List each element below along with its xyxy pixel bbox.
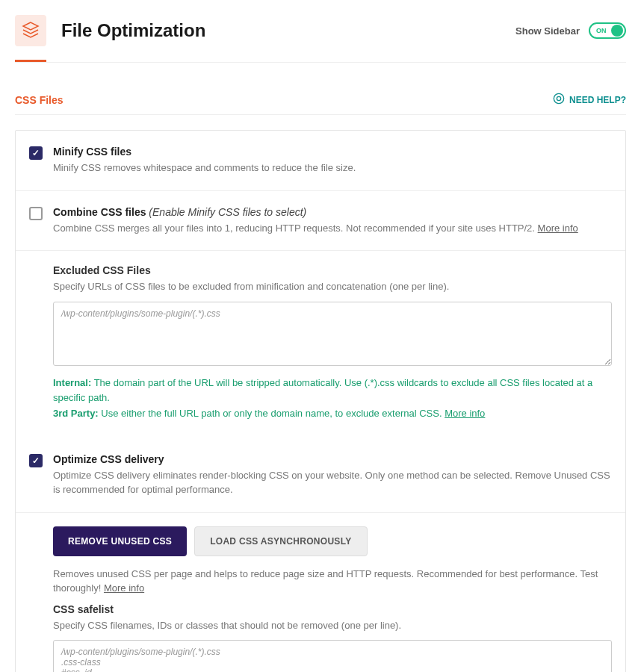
combine-more-info-link[interactable]: More info	[538, 223, 578, 234]
delivery-button-row: REMOVE UNUSED CSS LOAD CSS ASYNCHRONOUSL…	[53, 526, 612, 556]
note-internal-label: Internal:	[53, 377, 91, 388]
minify-css-label: Minify CSS files	[53, 146, 612, 158]
delivery-desc: Removes unused CSS per page and helps to…	[53, 567, 612, 596]
optimize-css-setting: Optimize CSS delivery Optimize CSS deliv…	[16, 438, 625, 512]
help-icon	[553, 93, 565, 107]
minify-css-desc: Minify CSS removes whitespace and commen…	[53, 161, 612, 175]
note-3rd-label: 3rd Party:	[53, 408, 99, 419]
header-right: Show Sidebar ON	[515, 22, 626, 39]
combine-css-desc-text: Combine CSS merges all your files into 1…	[53, 223, 535, 234]
svg-point-1	[554, 93, 563, 103]
remove-unused-css-button[interactable]: REMOVE UNUSED CSS	[53, 526, 187, 556]
combine-css-body: Combine CSS files (Enable Minify CSS fil…	[53, 206, 612, 236]
section-title: CSS Files	[15, 94, 64, 106]
optimize-css-checkbox[interactable]	[29, 454, 43, 467]
page-title: File Optimization	[61, 20, 205, 41]
safelist-textarea[interactable]	[53, 640, 612, 672]
sidebar-toggle[interactable]: ON	[589, 22, 626, 39]
optimize-css-desc: Optimize CSS delivery eliminates render-…	[53, 468, 612, 497]
toggle-on-label: ON	[596, 27, 607, 34]
load-css-async-button[interactable]: LOAD CSS ASYNCHRONOUSLY	[194, 526, 367, 556]
svg-point-2	[557, 96, 560, 100]
optimize-css-label: Optimize CSS delivery	[53, 453, 612, 465]
page-header: File Optimization Show Sidebar ON	[15, 15, 626, 61]
minify-css-setting: Minify CSS files Minify CSS removes whit…	[16, 131, 625, 190]
excluded-css-note: Internal: The domain part of the URL wil…	[53, 376, 612, 422]
svg-marker-0	[23, 22, 38, 30]
minify-css-checkbox[interactable]	[29, 146, 43, 160]
combine-css-hint: (Enable Minify CSS files to select)	[149, 206, 306, 218]
layers-icon	[22, 21, 40, 41]
page-icon-box	[15, 15, 46, 46]
note-internal-text: The domain part of the URL will be strip…	[53, 377, 592, 404]
excluded-more-info-link[interactable]: More info	[445, 408, 485, 419]
excluded-css-textarea[interactable]	[53, 302, 612, 366]
safelist-label: CSS safelist	[53, 603, 612, 615]
combine-css-label: Combine CSS files	[53, 206, 146, 218]
note-3rd-text: Use either the full URL path or only the…	[99, 408, 442, 419]
combine-css-checkbox[interactable]	[29, 207, 43, 220]
combine-css-setting: Combine CSS files (Enable Minify CSS fil…	[16, 190, 625, 251]
excluded-css-desc: Specify URLs of CSS files to be excluded…	[53, 279, 612, 294]
combine-css-desc: Combine CSS merges all your files into 1…	[53, 221, 612, 236]
excluded-css-label: Excluded CSS Files	[53, 264, 612, 276]
header-left: File Optimization	[15, 15, 205, 46]
need-help-link[interactable]: NEED HELP?	[553, 93, 626, 107]
optimize-css-body: Optimize CSS delivery Optimize CSS deliv…	[53, 453, 612, 497]
sidebar-toggle-label: Show Sidebar	[515, 25, 580, 37]
delivery-more-info-link[interactable]: More info	[104, 582, 144, 594]
header-divider	[15, 62, 626, 63]
excluded-css-subsection: Excluded CSS Files Specify URLs of CSS f…	[16, 250, 625, 438]
settings-panel: Minify CSS files Minify CSS removes whit…	[15, 130, 626, 672]
help-label: NEED HELP?	[569, 95, 626, 105]
toggle-knob	[611, 25, 623, 37]
safelist-desc: Specify CSS filenames, IDs or classes th…	[53, 618, 612, 633]
css-delivery-subsection: REMOVE UNUSED CSS LOAD CSS ASYNCHRONOUSL…	[16, 512, 625, 672]
minify-css-body: Minify CSS files Minify CSS removes whit…	[53, 146, 612, 175]
section-header: CSS Files NEED HELP?	[15, 93, 626, 115]
